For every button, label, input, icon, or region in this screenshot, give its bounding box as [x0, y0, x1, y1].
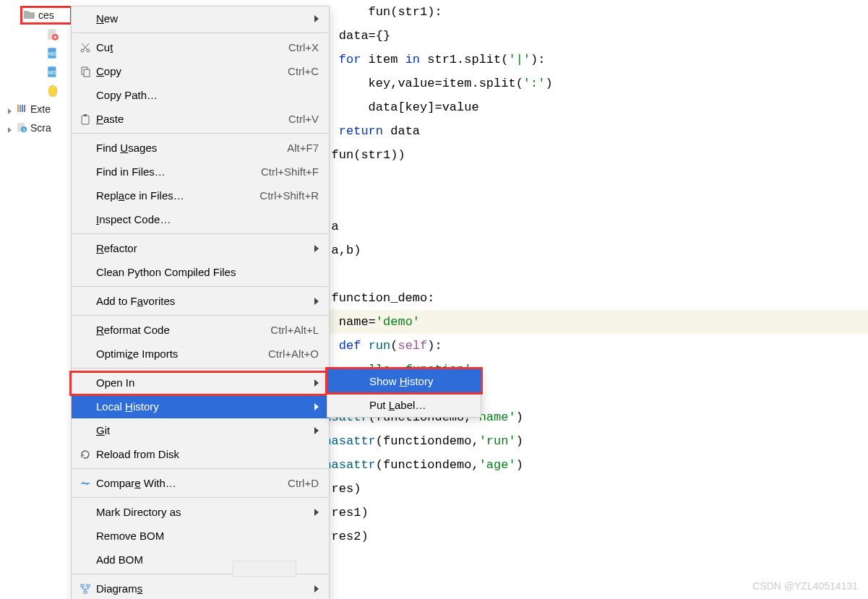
menu-item[interactable]: Reload from Disk	[72, 442, 329, 466]
menu-item[interactable]: Show History	[327, 369, 481, 393]
code-line: def run(self):	[301, 334, 868, 358]
menu-label: Find Usages	[96, 142, 287, 154]
code-line: =b,a	[301, 215, 868, 238]
menu-item[interactable]: CopyCtrl+C	[72, 59, 329, 83]
code-line: return data	[301, 119, 868, 143]
menu-label: Optimize Imports	[96, 348, 268, 360]
menu-item[interactable]: PasteCtrl+V	[72, 107, 329, 131]
svg-text:MD: MD	[48, 70, 56, 75]
menu-label: Reload from Disk	[96, 448, 319, 460]
menu-label: Local History	[96, 400, 309, 413]
chevron-right-icon	[6, 105, 13, 113]
menu-label: Show History	[369, 375, 470, 387]
menu-label: Replace in Files…	[96, 189, 259, 202]
menu-shortcut: Ctrl+V	[288, 113, 319, 125]
menu-item[interactable]: Mark Directory as	[72, 500, 329, 524]
paste-icon	[79, 113, 92, 125]
code-line	[301, 191, 868, 215]
lib-label: Scra	[30, 122, 51, 134]
menu-item[interactable]: Compare With…Ctrl+D	[72, 471, 329, 495]
menu-separator	[72, 368, 329, 369]
menu-item[interactable]: Add to Favorites	[72, 289, 329, 313]
svg-rect-8	[22, 105, 23, 112]
menu-item[interactable]: Put Label…	[327, 393, 481, 417]
menu-label: Put Label…	[369, 399, 470, 411]
scratch-icon	[16, 121, 27, 135]
code-line	[301, 262, 868, 286]
scratches[interactable]: Scra	[0, 118, 72, 137]
menu-label: Find in Files…	[96, 165, 261, 178]
menu-shortcut: Alt+F7	[287, 142, 319, 154]
svg-rect-16	[82, 116, 89, 124]
file-icon-group: MD MD	[46, 25, 72, 100]
code-line: nt(fun(str1))	[301, 143, 868, 167]
menu-item[interactable]: Remove BOM	[72, 524, 329, 548]
diagram-icon	[79, 583, 92, 595]
menu-item[interactable]: Optimize ImportsCtrl+Alt+O	[72, 342, 329, 366]
menu-label: Remove BOM	[96, 530, 319, 542]
editor[interactable]: fun(str1): data={} for item in str1.spli…	[301, 0, 868, 548]
menu-label: Inspect Code…	[96, 213, 319, 225]
menu-label: Reformat Code	[96, 324, 270, 336]
menu-label: Clean Python Compiled Files	[96, 266, 319, 278]
code-line: nt(a,b)	[301, 238, 868, 262]
watermark: CSDN @YZL40514131	[752, 580, 858, 592]
svg-rect-9	[24, 105, 25, 112]
code-line: ss function_demo:	[301, 286, 868, 310]
menu-item[interactable]: Git	[72, 418, 329, 442]
menu-shortcut: Ctrl+D	[288, 477, 319, 489]
svg-rect-18	[81, 585, 84, 587]
menu-separator	[72, 286, 329, 287]
menu-shortcut: Ctrl+Alt+O	[268, 348, 319, 360]
menu-item[interactable]: New	[72, 7, 329, 30]
code-line: data={}	[301, 24, 868, 48]
menu-item[interactable]: Inspect Code…	[72, 207, 329, 231]
submenu-arrow-icon	[314, 379, 319, 387]
scrollbar-stub[interactable]	[233, 561, 296, 577]
menu-item[interactable]: Reformat CodeCtrl+Alt+L	[72, 318, 329, 342]
menu-item[interactable]: Local History	[72, 395, 329, 418]
svg-rect-20	[84, 591, 87, 593]
code-line: nt(res1)	[301, 501, 868, 525]
menu-item[interactable]: Clean Python Compiled Files	[72, 260, 329, 284]
menu-item[interactable]: Refactor	[72, 236, 329, 260]
menu-item[interactable]: Diagrams	[72, 577, 329, 599]
cut-icon	[79, 42, 92, 53]
code-line	[301, 167, 868, 191]
submenu-arrow-icon	[314, 403, 319, 410]
file-icon	[46, 85, 59, 96]
menu-item[interactable]: Find in Files…Ctrl+Shift+F	[72, 160, 329, 184]
code-line: data[key]=value	[301, 95, 868, 119]
menu-item[interactable]: Replace in Files…Ctrl+Shift+R	[72, 184, 329, 207]
menu-item[interactable]: Copy Path…	[72, 83, 329, 107]
submenu-arrow-icon	[314, 298, 319, 305]
external-libraries[interactable]: Exte	[0, 100, 72, 118]
code-line: name='demo'	[301, 310, 868, 334]
folder-ces[interactable]: ces	[20, 6, 72, 25]
menu-item[interactable]: Open In	[72, 371, 329, 395]
menu-item[interactable]: CutCtrl+X	[72, 35, 329, 59]
file-icon: MD	[46, 66, 59, 77]
folder-label: ces	[38, 9, 54, 21]
svg-rect-7	[20, 105, 21, 112]
menu-item[interactable]: Find UsagesAlt+F7	[72, 136, 329, 160]
code-line: nt(res)	[301, 477, 868, 501]
svg-text:MD: MD	[48, 51, 56, 56]
menu-label: Copy Path…	[96, 89, 319, 101]
reload-icon	[79, 449, 92, 460]
submenu-arrow-icon	[314, 585, 319, 592]
code-line: nt(res2)	[301, 525, 868, 548]
svg-rect-15	[84, 69, 90, 77]
menu-label: Compare With…	[96, 477, 288, 489]
menu-separator	[72, 233, 329, 234]
submenu-arrow-icon	[314, 427, 319, 434]
menu-separator	[72, 497, 329, 498]
menu-label: Paste	[96, 113, 288, 125]
svg-rect-17	[84, 114, 87, 116]
menu-label: Copy	[96, 65, 288, 77]
menu-separator	[72, 315, 329, 316]
code-line: fun(str1):	[301, 0, 868, 24]
local-history-submenu: Show HistoryPut Label…	[327, 369, 481, 418]
svg-rect-19	[87, 585, 90, 587]
lib-label: Exte	[30, 103, 51, 115]
